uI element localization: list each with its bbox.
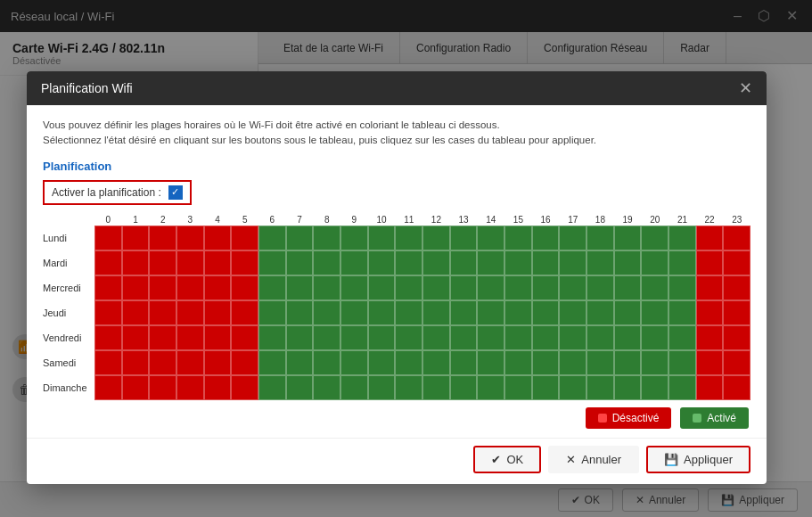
cell-mercredi-11[interactable] <box>395 275 422 300</box>
cell-mardi-17[interactable] <box>559 250 586 275</box>
cell-jeudi-1[interactable] <box>122 300 150 325</box>
cell-samedi-8[interactable] <box>313 350 340 375</box>
cell-lundi-22[interactable] <box>696 226 724 250</box>
cell-samedi-5[interactable] <box>231 350 258 375</box>
cell-mercredi-22[interactable] <box>696 275 724 300</box>
cell-mardi-18[interactable] <box>586 250 614 275</box>
cell-dimanche-3[interactable] <box>176 375 204 400</box>
cell-mercredi-3[interactable] <box>176 275 204 300</box>
cell-lundi-2[interactable] <box>149 226 176 250</box>
cell-mardi-19[interactable] <box>614 250 642 275</box>
cell-mardi-16[interactable] <box>532 250 560 275</box>
cell-dimanche-19[interactable] <box>614 375 642 400</box>
cell-mercredi-15[interactable] <box>504 275 532 300</box>
cell-jeudi-2[interactable] <box>149 300 176 325</box>
cell-jeudi-22[interactable] <box>696 300 724 325</box>
cell-lundi-6[interactable] <box>258 226 286 250</box>
dialog-cancel-button[interactable]: ✕ Annuler <box>548 446 639 473</box>
cell-lundi-10[interactable] <box>368 226 396 250</box>
cell-samedi-0[interactable] <box>94 350 122 375</box>
cell-vendredi-11[interactable] <box>395 325 422 350</box>
cell-mardi-20[interactable] <box>641 250 668 275</box>
cell-jeudi-0[interactable] <box>94 300 122 325</box>
cell-dimanche-18[interactable] <box>586 375 614 400</box>
cell-samedi-13[interactable] <box>450 350 478 375</box>
cell-mercredi-7[interactable] <box>286 275 314 300</box>
cell-mardi-2[interactable] <box>149 250 176 275</box>
cell-dimanche-5[interactable] <box>231 375 258 400</box>
cell-lundi-8[interactable] <box>313 226 340 250</box>
cell-mercredi-16[interactable] <box>532 275 560 300</box>
cell-mardi-7[interactable] <box>286 250 314 275</box>
cell-vendredi-3[interactable] <box>176 325 204 350</box>
cell-jeudi-11[interactable] <box>395 300 422 325</box>
cell-vendredi-10[interactable] <box>368 325 396 350</box>
cell-samedi-6[interactable] <box>258 350 286 375</box>
cell-vendredi-19[interactable] <box>614 325 642 350</box>
cell-mercredi-0[interactable] <box>94 275 122 300</box>
cell-vendredi-16[interactable] <box>532 325 560 350</box>
cell-samedi-9[interactable] <box>340 350 368 375</box>
cell-jeudi-13[interactable] <box>450 300 478 325</box>
cell-jeudi-9[interactable] <box>340 300 368 325</box>
cell-lundi-21[interactable] <box>668 226 696 250</box>
cell-samedi-21[interactable] <box>668 350 696 375</box>
cell-mardi-23[interactable] <box>723 250 750 275</box>
cell-jeudi-7[interactable] <box>286 300 314 325</box>
cell-vendredi-22[interactable] <box>696 325 724 350</box>
cell-mercredi-13[interactable] <box>450 275 478 300</box>
cell-jeudi-16[interactable] <box>532 300 560 325</box>
cell-lundi-18[interactable] <box>586 226 614 250</box>
cell-vendredi-5[interactable] <box>231 325 258 350</box>
cell-mardi-9[interactable] <box>340 250 368 275</box>
cell-dimanche-1[interactable] <box>122 375 150 400</box>
cell-vendredi-9[interactable] <box>340 325 368 350</box>
cell-samedi-7[interactable] <box>286 350 314 375</box>
cell-dimanche-20[interactable] <box>641 375 668 400</box>
cell-jeudi-21[interactable] <box>668 300 696 325</box>
cell-lundi-19[interactable] <box>614 226 642 250</box>
cell-vendredi-13[interactable] <box>450 325 478 350</box>
cell-dimanche-12[interactable] <box>422 375 450 400</box>
cell-vendredi-14[interactable] <box>477 325 504 350</box>
cell-jeudi-19[interactable] <box>614 300 642 325</box>
cell-dimanche-15[interactable] <box>504 375 532 400</box>
cell-vendredi-15[interactable] <box>504 325 532 350</box>
cell-lundi-5[interactable] <box>231 226 258 250</box>
cell-lundi-23[interactable] <box>723 226 750 250</box>
cell-dimanche-13[interactable] <box>450 375 478 400</box>
cell-dimanche-10[interactable] <box>368 375 396 400</box>
cell-mercredi-5[interactable] <box>231 275 258 300</box>
cell-dimanche-22[interactable] <box>696 375 724 400</box>
cell-lundi-7[interactable] <box>286 226 314 250</box>
cell-jeudi-8[interactable] <box>313 300 340 325</box>
cell-mercredi-20[interactable] <box>641 275 668 300</box>
cell-jeudi-4[interactable] <box>204 300 232 325</box>
cell-jeudi-20[interactable] <box>641 300 668 325</box>
cell-mercredi-8[interactable] <box>313 275 340 300</box>
cell-vendredi-6[interactable] <box>258 325 286 350</box>
cell-dimanche-17[interactable] <box>559 375 586 400</box>
cell-mardi-5[interactable] <box>231 250 258 275</box>
cell-mardi-14[interactable] <box>477 250 504 275</box>
cell-dimanche-9[interactable] <box>340 375 368 400</box>
cell-jeudi-6[interactable] <box>258 300 286 325</box>
cell-mardi-11[interactable] <box>395 250 422 275</box>
cell-mercredi-9[interactable] <box>340 275 368 300</box>
cell-lundi-4[interactable] <box>204 226 232 250</box>
cell-samedi-18[interactable] <box>586 350 614 375</box>
dialog-ok-button[interactable]: ✔ OK <box>473 446 541 473</box>
cell-mercredi-10[interactable] <box>368 275 396 300</box>
cell-dimanche-7[interactable] <box>286 375 314 400</box>
cell-vendredi-2[interactable] <box>149 325 176 350</box>
cell-mardi-10[interactable] <box>368 250 396 275</box>
cell-samedi-19[interactable] <box>614 350 642 375</box>
cell-mercredi-2[interactable] <box>149 275 176 300</box>
cell-samedi-14[interactable] <box>477 350 504 375</box>
cell-vendredi-17[interactable] <box>559 325 586 350</box>
cell-vendredi-0[interactable] <box>94 325 122 350</box>
cell-dimanche-8[interactable] <box>313 375 340 400</box>
cell-lundi-15[interactable] <box>504 226 532 250</box>
cell-vendredi-23[interactable] <box>723 325 750 350</box>
cell-mercredi-12[interactable] <box>422 275 450 300</box>
